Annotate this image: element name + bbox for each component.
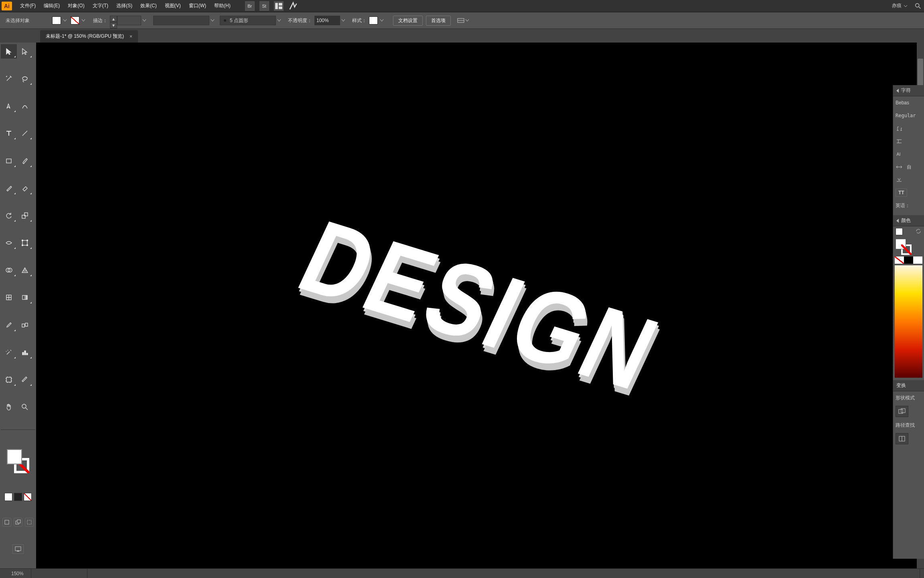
menu-select[interactable]: 选择(S) xyxy=(112,0,136,12)
brush-definition-dd[interactable] xyxy=(276,16,282,24)
width-tool[interactable] xyxy=(1,236,17,250)
blend-tool[interactable] xyxy=(17,318,33,332)
pathfinder-divide-icon[interactable] xyxy=(896,433,908,444)
shape-builder-tool[interactable] xyxy=(1,263,17,277)
lasso-tool[interactable] xyxy=(17,71,33,86)
free-transform-tool[interactable] xyxy=(17,236,33,250)
direct-selection-tool[interactable] xyxy=(17,44,33,59)
menu-view[interactable]: 视图(V) xyxy=(161,0,185,12)
zoom-tool[interactable] xyxy=(17,400,33,414)
color-fill-swatch-icon[interactable] xyxy=(896,228,903,235)
opacity-input[interactable]: 100% xyxy=(314,16,340,25)
gpu-preview-icon[interactable] xyxy=(288,1,298,11)
menu-type[interactable]: 文字(T) xyxy=(89,0,112,12)
selection-tool[interactable] xyxy=(1,44,17,59)
draw-inside-icon[interactable] xyxy=(25,518,34,527)
eyedropper-tool[interactable] xyxy=(1,318,17,332)
brush-definition[interactable]: 5 点圆形 xyxy=(220,16,276,25)
curvature-tool[interactable] xyxy=(17,99,33,113)
shaper-tool[interactable] xyxy=(1,181,17,195)
artboard-tool[interactable] xyxy=(1,372,17,387)
draw-behind-icon[interactable] xyxy=(14,518,22,527)
menu-effect[interactable]: 效果(C) xyxy=(136,0,161,12)
hand-tool[interactable] xyxy=(1,400,17,414)
pen-tool[interactable] xyxy=(1,99,17,113)
svg-line-27 xyxy=(26,408,28,410)
font-family-field[interactable]: Bebas xyxy=(893,96,924,109)
caps-row[interactable]: TT xyxy=(893,186,924,199)
stroke-weight-spinner[interactable]: ▴▾ xyxy=(110,16,117,25)
workspace-switcher[interactable]: 亦痕 xyxy=(892,2,908,9)
mesh-tool[interactable] xyxy=(1,290,17,305)
color-cycle-icon[interactable] xyxy=(915,228,922,236)
font-size-row[interactable] xyxy=(893,122,924,135)
bridge-icon[interactable]: Br xyxy=(245,1,255,11)
arrange-documents-icon[interactable] xyxy=(274,1,284,11)
symbol-sprayer-tool[interactable] xyxy=(1,345,17,360)
character-panel-title[interactable]: 字符 xyxy=(893,85,924,96)
rotate-tool[interactable] xyxy=(1,208,17,223)
color-mode-none[interactable] xyxy=(24,493,32,501)
gradient-tool[interactable] xyxy=(17,290,33,305)
type-tool[interactable] xyxy=(1,126,17,140)
menu-window[interactable]: 窗口(W) xyxy=(185,0,210,12)
stroke-weight-dd[interactable] xyxy=(141,16,148,24)
screen-mode-icon[interactable] xyxy=(12,544,24,554)
slice-tool[interactable] xyxy=(17,372,33,387)
magic-wand-tool[interactable] xyxy=(1,71,17,86)
transform-panel-title[interactable]: 变换 xyxy=(893,380,924,391)
rectangle-tool[interactable] xyxy=(1,154,17,168)
search-icon[interactable] xyxy=(914,2,922,10)
eraser-tool[interactable] xyxy=(17,181,33,195)
document-setup-button[interactable]: 文档设置 xyxy=(393,16,423,26)
color-mode-color[interactable] xyxy=(4,493,12,501)
color-none-icon[interactable] xyxy=(895,256,904,264)
baseline-row[interactable] xyxy=(893,173,924,186)
stock-icon[interactable]: St xyxy=(259,1,269,11)
menu-help[interactable]: 帮助(H) xyxy=(210,0,235,12)
scale-tool[interactable] xyxy=(17,208,33,223)
font-style-field[interactable]: Regular xyxy=(893,109,924,122)
svg-rect-29 xyxy=(16,521,19,524)
draw-normal-icon[interactable] xyxy=(2,518,11,527)
perspective-grid-tool[interactable] xyxy=(17,263,33,277)
language-row[interactable]: 英语： xyxy=(893,199,924,212)
graphic-style-swatch[interactable] xyxy=(369,16,378,24)
fill-dropdown[interactable] xyxy=(62,16,68,24)
default-fill[interactable] xyxy=(7,449,22,464)
stroke-dropdown[interactable] xyxy=(80,16,87,24)
stroke-swatch[interactable] xyxy=(71,16,79,24)
paintbrush-tool[interactable] xyxy=(17,154,33,168)
color-white-icon[interactable] xyxy=(913,256,922,264)
tracking-row[interactable]: 自 xyxy=(893,161,924,173)
document-tab[interactable]: 未标题-1* @ 150% (RGB/GPU 预览) × xyxy=(40,30,138,43)
menu-object[interactable]: 对象(O) xyxy=(64,0,88,12)
menu-file[interactable]: 文件(F) xyxy=(16,0,40,12)
color-black-icon[interactable] xyxy=(904,256,913,264)
tools-panel xyxy=(0,43,36,568)
variable-width-profile[interactable] xyxy=(153,16,209,25)
close-tab-icon[interactable]: × xyxy=(130,34,132,39)
align-to-icon[interactable] xyxy=(456,16,469,25)
color-panel-title[interactable]: 颜色 xyxy=(893,215,924,226)
fill-swatch[interactable] xyxy=(52,16,61,24)
status-artboard-nav[interactable] xyxy=(31,569,87,578)
preferences-button[interactable]: 首选项 xyxy=(426,16,451,26)
kerning-row[interactable] xyxy=(893,148,924,161)
fill-stroke-control[interactable] xyxy=(7,449,29,473)
stroke-weight-input[interactable] xyxy=(117,16,141,25)
canvas-area[interactable]: DESIGN xyxy=(36,43,924,568)
variable-width-dd[interactable] xyxy=(209,16,216,24)
color-mode-gradient[interactable] xyxy=(14,493,22,501)
menu-edit[interactable]: 编辑(E) xyxy=(40,0,64,12)
opacity-dd[interactable] xyxy=(340,16,346,24)
color-spectrum[interactable] xyxy=(895,265,922,378)
status-zoom[interactable]: 150% xyxy=(4,569,31,578)
status-bar: 150% xyxy=(0,568,924,578)
line-tool[interactable] xyxy=(17,126,33,140)
leading-row[interactable] xyxy=(893,135,924,148)
color-none-black-white[interactable] xyxy=(895,256,922,264)
column-graph-tool[interactable] xyxy=(17,345,33,360)
pathfinder-unite-icon[interactable] xyxy=(896,406,908,417)
graphic-style-dd[interactable] xyxy=(379,16,385,24)
